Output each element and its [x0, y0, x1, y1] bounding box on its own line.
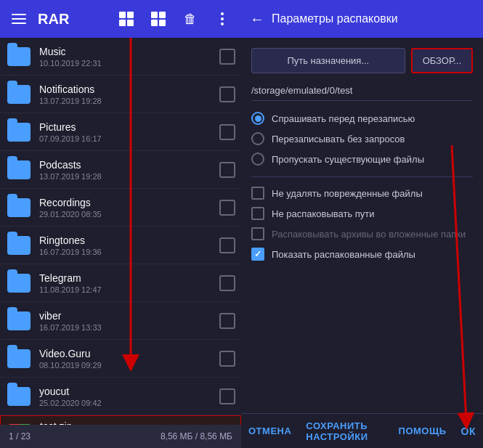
checkbox-label-2: Не распаковывать пути: [272, 208, 375, 219]
right-bottom-bar: ОТМЕНА СОХРАНИТЬ НАСТРОЙКИ ПОМОЩЬ ОК: [241, 413, 483, 448]
file-checkbox[interactable]: [219, 49, 235, 65]
page-count: 1 / 23: [9, 431, 31, 441]
folder-icon: [6, 232, 32, 258]
checkbox-row-3[interactable]: Распаковывать архивы во вложенные папки: [251, 224, 473, 244]
delete-button[interactable]: 🗑: [177, 6, 203, 32]
right-content-area: Путь назначения... ОБЗОР... /storage/emu…: [241, 38, 483, 413]
checkbox-section: Не удалять поврежденные файлы Не распако…: [251, 183, 473, 264]
radio-label-1: Спрашивать перед перезаписью: [272, 113, 415, 124]
checkbox-2[interactable]: [251, 207, 264, 220]
right-panel: ← Параметры распаковки Путь назначения..…: [241, 0, 483, 448]
list-item[interactable]: Ringtones 16.07.2019 19:36: [0, 227, 241, 264]
list-item[interactable]: youcut 25.02.2020 09:42: [0, 378, 241, 415]
folder-icon: [6, 44, 32, 70]
checkbox-label-3: Распаковывать архивы во вложенные папки: [272, 229, 466, 240]
radio-button-2[interactable]: [251, 132, 264, 145]
more-options-button[interactable]: [209, 6, 235, 32]
file-checkbox[interactable]: [219, 86, 235, 102]
radio-button-1[interactable]: [251, 112, 264, 125]
bottom-status-bar: 1 / 23 8,56 МБ / 8,56 МБ: [0, 425, 241, 448]
checkbox-row-1[interactable]: Не удалять поврежденные файлы: [251, 183, 473, 203]
file-checkbox[interactable]: [219, 237, 235, 253]
checkbox-1[interactable]: [251, 187, 264, 200]
radio-label-3: Пропускать существующие файлы: [272, 154, 424, 165]
radio-option-3[interactable]: Пропускать существующие файлы: [251, 149, 473, 169]
section-divider: [251, 176, 473, 177]
radio-option-1[interactable]: Спрашивать перед перезаписью: [251, 108, 473, 129]
folder-icon: [6, 157, 32, 183]
cancel-button[interactable]: ОТМЕНА: [241, 420, 299, 442]
left-top-bar: RAR 🗑: [0, 0, 241, 38]
checkbox-label-1: Не удалять поврежденные файлы: [272, 188, 423, 199]
folder-icon: [6, 383, 32, 410]
dots-icon: [218, 9, 227, 28]
list-item[interactable]: Recordings 29.01.2020 08:35: [0, 189, 241, 227]
grid-view-button-2[interactable]: [145, 6, 171, 32]
list-item[interactable]: Music 10.10.2019 22:31: [0, 38, 241, 76]
right-top-bar: ← Параметры распаковки: [241, 0, 483, 38]
list-item[interactable]: Telegram 11.08.2019 12:47: [0, 264, 241, 302]
help-button[interactable]: ПОМОЩЬ: [391, 420, 454, 442]
radio-option-2[interactable]: Перезаписывать без запросов: [251, 129, 473, 149]
trash-icon: 🗑: [184, 12, 197, 27]
file-checkbox[interactable]: [219, 162, 235, 178]
folder-icon: [6, 270, 32, 296]
checkbox-row-4[interactable]: Показать распакованные файлы: [251, 244, 473, 264]
path-display: /storage/emulated/0/test: [251, 81, 473, 101]
radio-label-2: Перезаписывать без запросов: [272, 134, 405, 144]
folder-icon: [6, 195, 32, 221]
list-item[interactable]: Notifications 13.07.2019 19:28: [0, 76, 241, 113]
checkbox-3[interactable]: [251, 227, 264, 240]
hamburger-menu-button[interactable]: [6, 6, 32, 32]
file-checkbox[interactable]: [219, 200, 235, 216]
path-destination-button[interactable]: Путь назначения...: [251, 48, 405, 73]
checkbox-label-4: Показать распакованные файлы: [272, 249, 415, 260]
folder-icon: [6, 81, 32, 107]
file-checkbox[interactable]: [219, 124, 235, 140]
save-settings-button[interactable]: СОХРАНИТЬ НАСТРОЙКИ: [299, 415, 391, 448]
file-checkbox[interactable]: [219, 275, 235, 291]
grid-icon-1: [119, 12, 134, 26]
radio-button-3[interactable]: [251, 152, 264, 166]
app-title: RAR: [38, 11, 107, 28]
folder-icon: [6, 308, 32, 334]
list-item[interactable]: Video.Guru 08.10.2019 09:29: [0, 340, 241, 378]
list-item-selected[interactable]: test.zip 8,56 МБ 03.03.2020 10:04: [0, 415, 241, 425]
folder-icon: [6, 119, 32, 145]
browse-button[interactable]: ОБЗОР...: [411, 48, 473, 73]
checkbox-row-2[interactable]: Не распаковывать пути: [251, 203, 473, 224]
list-item[interactable]: viber 16.07.2019 13:33: [0, 302, 241, 340]
hamburger-icon: [12, 14, 26, 24]
grid-view-button-1[interactable]: [113, 6, 139, 32]
file-checkbox[interactable]: [219, 313, 235, 329]
folder-icon: [6, 346, 32, 372]
grid-icon-2: [151, 12, 166, 26]
total-size: 8,56 МБ / 8,56 МБ: [161, 431, 232, 441]
path-row: Путь назначения... ОБЗОР...: [251, 48, 473, 73]
panel-title: Параметры распаковки: [272, 12, 398, 25]
list-item[interactable]: Pictures 07.09.2019 16:17: [0, 113, 241, 151]
back-button[interactable]: ←: [250, 11, 264, 28]
radio-section: Спрашивать перед перезаписью Перезаписыв…: [251, 108, 473, 169]
list-item[interactable]: Podcasts 13.07.2019 19:28: [0, 151, 241, 189]
ok-button[interactable]: ОК: [454, 420, 483, 443]
file-checkbox[interactable]: [219, 388, 235, 404]
checkbox-4[interactable]: [251, 248, 264, 261]
radio-inner-1: [255, 115, 261, 122]
file-checkbox[interactable]: [219, 351, 235, 367]
file-list: Music 10.10.2019 22:31 Notifications 13.…: [0, 38, 241, 425]
